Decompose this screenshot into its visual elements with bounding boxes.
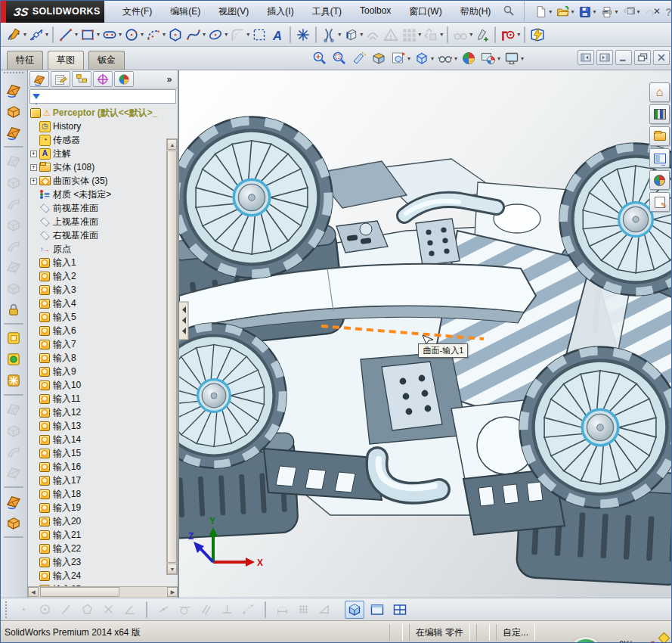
feature-tool-button[interactable] [5, 371, 23, 390]
snap-tool-button[interactable] [274, 601, 290, 617]
dropdown-caret-icon[interactable]: ▾ [75, 31, 78, 38]
doc-window-button[interactable] [634, 50, 651, 65]
scroll-down-icon[interactable]: ▼ [167, 564, 177, 574]
tree-item[interactable]: 输入7 [28, 337, 178, 351]
tree-item[interactable]: 输入2 [28, 269, 178, 283]
tree-item[interactable]: 原点 [28, 242, 178, 256]
dropdown-caret-icon[interactable]: ▾ [418, 31, 421, 38]
tree-item[interactable]: 输入11 [28, 392, 178, 405]
feature-tool-button[interactable] [5, 173, 23, 191]
dropdown-caret-icon[interactable]: ▾ [454, 55, 457, 62]
snap-tool-button[interactable] [37, 601, 53, 617]
maximize-button[interactable]: ❒ [621, 4, 641, 19]
display-mode-button[interactable] [345, 601, 364, 619]
dropdown-caret-icon[interactable]: ▾ [338, 31, 341, 38]
dropdown-caret-icon[interactable]: ▾ [549, 8, 552, 15]
commandmanager-tab[interactable]: 钣金 [88, 51, 125, 70]
tree-item[interactable]: History [28, 120, 178, 133]
tree-item[interactable]: 传感器 [28, 133, 178, 147]
sketch-tool-button[interactable]: ▾ [206, 26, 228, 44]
tree-horizontal-scrollbar[interactable]: ◀ ▶ [28, 586, 178, 598]
display-mode-button[interactable] [367, 601, 387, 619]
tree-item[interactable]: 输入14 [28, 433, 178, 446]
expand-toggle[interactable] [30, 151, 37, 157]
sketch-tool-button[interactable]: ▾ [447, 26, 448, 43]
custom-properties-tab[interactable] [649, 192, 670, 212]
snap-tool-button[interactable] [122, 601, 138, 617]
sketch-tool-button[interactable]: ▾ [27, 26, 49, 44]
feature-tool-button[interactable] [4, 536, 23, 538]
headsup-tool-button[interactable]: ▾ [503, 49, 525, 67]
tree-item[interactable]: 输入16 [28, 460, 178, 474]
status-custom-text[interactable]: 自定... [496, 624, 535, 641]
snap-tool-button[interactable] [296, 601, 311, 617]
tree-item[interactable]: 输入18 [28, 487, 178, 501]
dropdown-caret-icon[interactable]: ▾ [517, 31, 520, 38]
tree-item[interactable]: 输入12 [28, 405, 178, 419]
menu-item[interactable]: 文件(F) [115, 2, 159, 21]
dropdown-caret-icon[interactable]: ▾ [521, 55, 524, 62]
dropdown-caret-icon[interactable]: ▾ [23, 31, 26, 38]
snap-tool-button[interactable] [317, 601, 333, 617]
tree-item[interactable]: 输入5 [28, 310, 178, 324]
dropdown-caret-icon[interactable]: ▾ [469, 31, 472, 38]
snap-tool-button[interactable] [219, 601, 235, 617]
sketch-tool-button[interactable]: ▾ [382, 26, 400, 44]
snap-tool-button[interactable] [265, 601, 266, 618]
sketch-tool-button[interactable]: ▾ [228, 26, 250, 44]
scroll-thumb[interactable] [167, 151, 177, 563]
headsup-tool-button[interactable]: ▾ [413, 49, 435, 67]
sketch-tool-button[interactable]: ▾ [250, 26, 268, 44]
menu-item[interactable]: 工具(T) [305, 2, 349, 21]
sketch-tool-button[interactable]: ▾ [524, 26, 525, 43]
tree-item[interactable]: 前视基准面 [28, 201, 178, 215]
tree-item[interactable]: 实体 (108) [28, 160, 178, 174]
feature-tool-button[interactable] [5, 464, 23, 482]
tree-item[interactable]: 输入6 [28, 324, 178, 337]
dropdown-caret-icon[interactable]: ▾ [571, 8, 574, 15]
doc-window-button[interactable] [596, 50, 613, 65]
toolbar-button[interactable]: ▾ [554, 3, 575, 20]
sketch-tool-button[interactable]: ▾ [52, 26, 54, 43]
file-explorer-tab[interactable] [649, 126, 670, 146]
feature-tool-button[interactable] [5, 400, 23, 418]
snap-tool-button[interactable] [146, 601, 147, 618]
search-icon[interactable] [503, 5, 515, 19]
snap-tool-button[interactable] [16, 601, 32, 617]
tree-item[interactable]: 输入9 [28, 365, 178, 378]
feature-tool-button[interactable] [5, 152, 23, 170]
scroll-left-icon[interactable]: ◀ [28, 587, 39, 597]
feature-tool-button[interactable] [5, 443, 23, 461]
view-palette-tab[interactable] [649, 148, 670, 168]
tree-item[interactable]: 注解 [28, 147, 178, 160]
feature-tool-button[interactable] [4, 146, 23, 148]
dropdown-caret-icon[interactable]: ▾ [246, 31, 249, 38]
sketch-tool-button[interactable]: ▾ [528, 26, 547, 44]
snap-tool-button[interactable] [79, 601, 95, 617]
dropdown-caret-icon[interactable]: ▾ [440, 31, 443, 38]
minimize-button[interactable]: – [596, 4, 615, 19]
expand-toggle[interactable] [30, 178, 37, 185]
menu-item[interactable]: Toolbox [352, 2, 398, 21]
expand-toggle[interactable] [30, 164, 37, 171]
feature-tool-button[interactable] [5, 216, 23, 234]
doc-window-button[interactable] [615, 50, 632, 65]
tree-item[interactable]: 输入20 [28, 514, 178, 528]
dropdown-caret-icon[interactable]: ▾ [119, 31, 122, 38]
doc-window-button[interactable] [578, 50, 594, 65]
headsup-tool-button[interactable]: ▾ [311, 49, 329, 67]
sketch-tool-button[interactable]: ▾ [494, 26, 496, 43]
sketch-tool-button[interactable]: ▾ [294, 26, 312, 44]
headsup-tool-button[interactable]: ▾ [460, 49, 478, 67]
toolbar-button[interactable]: ▾ [576, 3, 597, 20]
snap-tool-button[interactable] [177, 601, 193, 617]
snap-tool-button[interactable] [58, 601, 74, 617]
sketch-tool-button[interactable]: ▾ [473, 26, 491, 44]
tree-item[interactable]: 曲面实体 (35) [28, 174, 178, 188]
graphics-viewport[interactable]: X Y Z 曲面-输入1 ⌂ [179, 70, 671, 598]
headsup-tool-button[interactable]: ▾ [350, 49, 368, 67]
sketch-tool-button[interactable]: ▾ [451, 26, 473, 44]
solidworks-resources-tab[interactable]: ⌂ [649, 82, 670, 102]
menu-item[interactable]: 插入(I) [259, 2, 301, 21]
menu-item[interactable]: 窗口(W) [401, 2, 449, 21]
